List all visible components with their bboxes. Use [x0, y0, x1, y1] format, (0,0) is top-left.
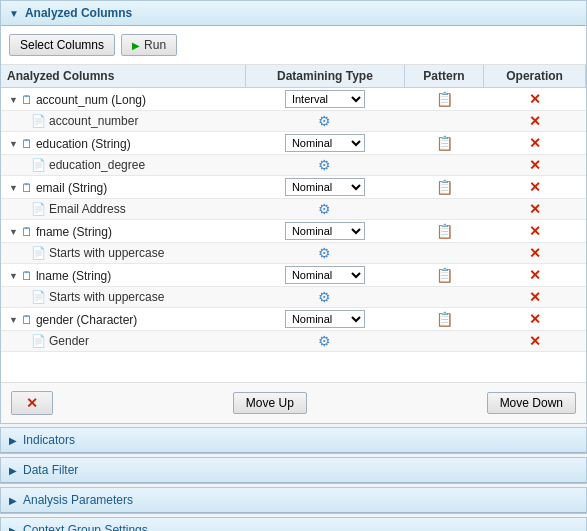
- row-expand-arrow[interactable]: ▼: [9, 271, 18, 281]
- dm-type-select[interactable]: IntervalNominalOrdinalContinuous: [285, 266, 365, 284]
- column-icon: 🗒: [21, 93, 33, 107]
- row-dm-type-cell: IntervalNominalOrdinalContinuous: [245, 88, 404, 111]
- row-pattern-cell: 📋: [404, 132, 483, 155]
- table-row: 📄 Starts with uppercase ⚙✕: [1, 243, 586, 264]
- panel-header[interactable]: ▼ Analyzed Columns: [1, 1, 586, 26]
- row-operation-cell: ✕: [484, 220, 586, 243]
- remove-icon[interactable]: ✕: [529, 223, 541, 239]
- pattern-icon[interactable]: 📋: [436, 223, 453, 239]
- pattern-icon[interactable]: 📋: [436, 311, 453, 327]
- row-expand-arrow[interactable]: ▼: [9, 227, 18, 237]
- remove-icon[interactable]: ✕: [529, 267, 541, 283]
- row-name-cell: 📄 Starts with uppercase: [1, 287, 245, 308]
- row-dm-type-cell: ⚙: [245, 155, 404, 176]
- row-pattern-cell: 📋: [404, 176, 483, 199]
- gear-icon[interactable]: ⚙: [318, 333, 331, 349]
- collapse-arrow: ▼: [9, 8, 19, 19]
- row-operation-cell: ✕: [484, 155, 586, 176]
- move-up-button[interactable]: Move Up: [233, 392, 307, 414]
- analyzed-columns-panel: ▼ Analyzed Columns Select Columns ▶ Run …: [0, 0, 587, 424]
- row-dm-type-cell: IntervalNominalOrdinalContinuous: [245, 220, 404, 243]
- move-down-label: Move Down: [500, 396, 563, 410]
- dm-type-select[interactable]: IntervalNominalOrdinalContinuous: [285, 134, 365, 152]
- pattern-icon[interactable]: 📋: [436, 267, 453, 283]
- play-icon: ▶: [132, 40, 140, 51]
- remove-icon[interactable]: ✕: [529, 245, 541, 261]
- row-name-cell: ▼ 🗒 gender (Character): [1, 308, 245, 331]
- remove-icon[interactable]: ✕: [529, 113, 541, 129]
- row-pattern-cell: 📋: [404, 264, 483, 287]
- toolbar: Select Columns ▶ Run: [1, 26, 586, 65]
- row-label: email (String): [36, 181, 107, 195]
- gear-icon[interactable]: ⚙: [318, 289, 331, 305]
- dm-type-select[interactable]: IntervalNominalOrdinalContinuous: [285, 178, 365, 196]
- row-expand-arrow[interactable]: ▼: [9, 139, 18, 149]
- row-operation-cell: ✕: [484, 199, 586, 220]
- row-expand-arrow[interactable]: ▼: [9, 315, 18, 325]
- row-pattern-cell: [404, 111, 483, 132]
- row-pattern-cell: 📋: [404, 308, 483, 331]
- row-label: Starts with uppercase: [49, 290, 164, 304]
- section-label-3: Context Group Settings: [23, 523, 148, 531]
- pattern-icon[interactable]: 📋: [436, 179, 453, 195]
- row-label: Email Address: [49, 202, 126, 216]
- bottom-bar: ✕ Move Up Move Down: [1, 382, 586, 423]
- pattern-icon[interactable]: 📋: [436, 91, 453, 107]
- row-label: education (String): [36, 137, 131, 151]
- row-pattern-cell: [404, 331, 483, 352]
- select-columns-button[interactable]: Select Columns: [9, 34, 115, 56]
- table-row: ▼ 🗒 education (String) IntervalNominalOr…: [1, 132, 586, 155]
- empty-space: [1, 352, 586, 382]
- pattern-icon[interactable]: 📋: [436, 135, 453, 151]
- section-header-2[interactable]: ▶ Analysis Parameters: [1, 488, 586, 513]
- remove-icon[interactable]: ✕: [529, 157, 541, 173]
- row-operation-cell: ✕: [484, 132, 586, 155]
- section-panel-context-group-settings: ▶ Context Group Settings: [0, 517, 587, 531]
- row-dm-type-cell: ⚙: [245, 287, 404, 308]
- table-row: ▼ 🗒 lname (String) IntervalNominalOrdina…: [1, 264, 586, 287]
- row-dm-type-cell: ⚙: [245, 111, 404, 132]
- gear-icon[interactable]: ⚙: [318, 245, 331, 261]
- section-header-0[interactable]: ▶ Indicators: [1, 428, 586, 453]
- rule-icon: 📄: [31, 334, 46, 348]
- remove-icon[interactable]: ✕: [529, 311, 541, 327]
- row-pattern-cell: [404, 287, 483, 308]
- move-down-button[interactable]: Move Down: [487, 392, 576, 414]
- columns-table-area: Analyzed Columns Datamining Type Pattern…: [1, 65, 586, 352]
- remove-icon[interactable]: ✕: [529, 135, 541, 151]
- row-expand-arrow[interactable]: ▼: [9, 183, 18, 193]
- table-row: ▼ 🗒 account_num (Long) IntervalNominalOr…: [1, 88, 586, 111]
- gear-icon[interactable]: ⚙: [318, 201, 331, 217]
- table-row: 📄 Email Address ⚙✕: [1, 199, 586, 220]
- remove-icon[interactable]: ✕: [529, 201, 541, 217]
- row-operation-cell: ✕: [484, 111, 586, 132]
- section-header-1[interactable]: ▶ Data Filter: [1, 458, 586, 483]
- section-header-3[interactable]: ▶ Context Group Settings: [1, 518, 586, 531]
- section-label-1: Data Filter: [23, 463, 78, 477]
- gear-icon[interactable]: ⚙: [318, 157, 331, 173]
- row-operation-cell: ✕: [484, 308, 586, 331]
- remove-icon[interactable]: ✕: [529, 333, 541, 349]
- remove-icon[interactable]: ✕: [529, 91, 541, 107]
- row-name-cell: 📄 Gender: [1, 331, 245, 352]
- col-header-analyzed: Analyzed Columns: [1, 65, 245, 88]
- gear-icon[interactable]: ⚙: [318, 113, 331, 129]
- run-button[interactable]: ▶ Run: [121, 34, 177, 56]
- row-operation-cell: ✕: [484, 243, 586, 264]
- column-icon: 🗒: [21, 225, 33, 239]
- dm-type-select[interactable]: IntervalNominalOrdinalContinuous: [285, 90, 365, 108]
- row-operation-cell: ✕: [484, 287, 586, 308]
- table-row: ▼ 🗒 fname (String) IntervalNominalOrdina…: [1, 220, 586, 243]
- dm-type-select[interactable]: IntervalNominalOrdinalContinuous: [285, 222, 365, 240]
- row-name-cell: ▼ 🗒 email (String): [1, 176, 245, 199]
- remove-icon[interactable]: ✕: [529, 289, 541, 305]
- remove-icon[interactable]: ✕: [529, 179, 541, 195]
- row-expand-arrow[interactable]: ▼: [9, 95, 18, 105]
- delete-icon: ✕: [26, 395, 38, 411]
- row-label: gender (Character): [36, 313, 137, 327]
- delete-button[interactable]: ✕: [11, 391, 53, 415]
- dm-type-select[interactable]: IntervalNominalOrdinalContinuous: [285, 310, 365, 328]
- row-name-cell: ▼ 🗒 account_num (Long): [1, 88, 245, 111]
- row-label: education_degree: [49, 158, 145, 172]
- run-label: Run: [144, 38, 166, 52]
